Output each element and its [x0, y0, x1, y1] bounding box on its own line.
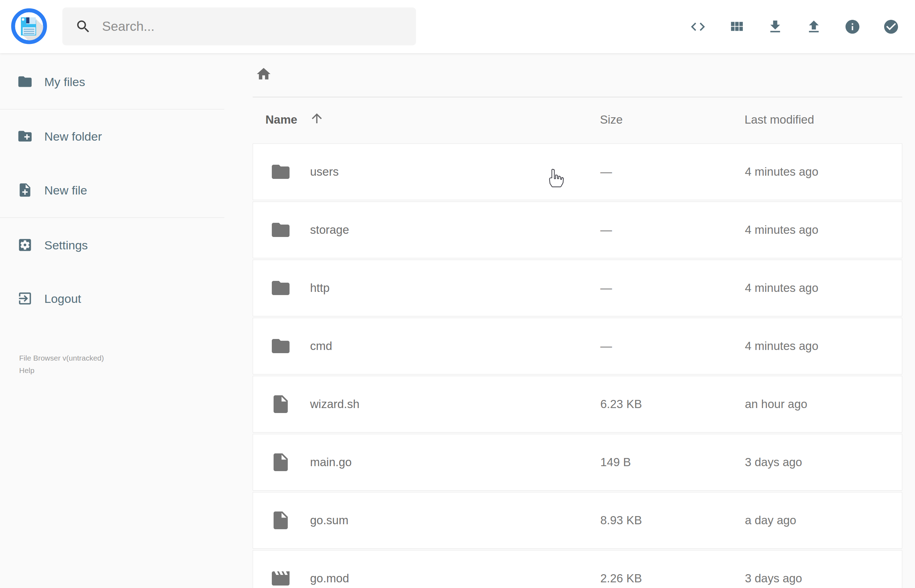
sidebar-item-label: New file — [44, 184, 87, 197]
logout-icon — [17, 291, 33, 306]
file-icon — [270, 452, 291, 473]
new-folder-icon — [17, 128, 33, 144]
file-listing-area: Name Size Last modified users — 4 minute… — [253, 53, 902, 588]
column-header-size[interactable]: Size — [600, 113, 622, 126]
file-name: go.mod — [310, 572, 349, 585]
file-modified: a day ago — [745, 514, 796, 527]
table-row-http[interactable]: http — 4 minutes ago — [253, 260, 902, 316]
sidebar-item-new-file[interactable]: New file — [0, 179, 224, 202]
file-size: — — [600, 223, 612, 237]
sidebar-item-label: Logout — [44, 292, 81, 306]
file-name: main.go — [310, 456, 352, 469]
grid-view-icon[interactable] — [728, 18, 745, 35]
file-size: — — [600, 281, 612, 295]
table-row-go.mod[interactable]: go.mod 2.26 KB 3 days ago — [253, 550, 902, 588]
home-icon[interactable] — [255, 66, 272, 82]
column-header-modified[interactable]: Last modified — [745, 113, 814, 126]
folder-icon — [17, 74, 33, 90]
sidebar-item-label: My files — [44, 75, 85, 89]
file-name: go.sum — [310, 514, 348, 527]
sidebar-item-label: New folder — [44, 130, 102, 144]
table-header: Name Size Last modified — [253, 97, 902, 144]
file-modified: 4 minutes ago — [745, 165, 818, 179]
sidebar-item-my-files[interactable]: My files — [0, 71, 224, 93]
file-size: 2.26 KB — [600, 572, 642, 585]
folder-icon — [270, 219, 291, 241]
file-modified: 4 minutes ago — [745, 223, 818, 237]
info-icon[interactable] — [844, 18, 861, 35]
file-modified: 4 minutes ago — [745, 339, 818, 353]
floppy-disk-logo[interactable] — [11, 8, 47, 45]
table-row-main.go[interactable]: main.go 149 B 3 days ago — [253, 434, 902, 491]
sidebar-item-label: Settings — [44, 238, 88, 252]
file-name: users — [310, 165, 339, 179]
folder-icon — [270, 336, 291, 357]
folder-icon — [270, 161, 291, 183]
search-placeholder: Search... — [102, 19, 155, 34]
file-browser-app: { "colors": { "accent_blue": "#2c7ef5", … — [0, 0, 915, 588]
file-name: wizard.sh — [310, 397, 359, 411]
sidebar-footer: File Browser v(untracked) Help — [19, 352, 104, 376]
file-size: 6.23 KB — [600, 397, 642, 411]
table-row-storage[interactable]: storage — 4 minutes ago — [253, 202, 902, 258]
sort-ascending-icon[interactable] — [309, 111, 324, 126]
file-list: users — 4 minutes ago storage — 4 minute… — [253, 144, 902, 588]
search-icon — [75, 18, 91, 35]
code-icon[interactable] — [690, 18, 706, 35]
file-name: storage — [310, 223, 349, 237]
help-link[interactable]: Help — [19, 364, 104, 376]
file-modified: 4 minutes ago — [745, 281, 818, 295]
table-row-users[interactable]: users — 4 minutes ago — [253, 144, 902, 200]
sidebar-item-logout[interactable]: Logout — [0, 287, 224, 310]
toolbar-actions — [690, 0, 899, 53]
sidebar-divider — [0, 218, 224, 218]
top-bar: Search... — [0, 0, 915, 53]
file-size: — — [600, 165, 612, 179]
search-input[interactable]: Search... — [62, 7, 416, 45]
column-header-name[interactable]: Name — [265, 113, 297, 126]
app-version: File Browser v(untracked) — [19, 352, 104, 364]
table-row-go.sum[interactable]: go.sum 8.93 KB a day ago — [253, 492, 902, 549]
movie-icon — [270, 568, 291, 588]
sidebar-divider — [0, 109, 224, 110]
file-modified: an hour ago — [745, 397, 807, 411]
file-modified: 3 days ago — [745, 572, 802, 585]
download-icon[interactable] — [767, 18, 784, 35]
file-name: cmd — [310, 339, 332, 353]
file-modified: 3 days ago — [745, 456, 802, 469]
folder-icon — [270, 277, 291, 299]
check-circle-icon[interactable] — [883, 18, 899, 35]
file-size: 8.93 KB — [600, 514, 642, 527]
file-icon — [270, 394, 291, 415]
sidebar-item-new-folder[interactable]: New folder — [0, 125, 224, 148]
upload-icon[interactable] — [805, 18, 822, 35]
settings-icon — [17, 237, 33, 253]
file-size: — — [600, 339, 612, 353]
file-size: 149 B — [600, 456, 631, 469]
table-row-wizard.sh[interactable]: wizard.sh 6.23 KB an hour ago — [253, 376, 902, 433]
new-file-icon — [17, 182, 33, 198]
file-name: http — [310, 281, 330, 295]
sidebar-item-settings[interactable]: Settings — [0, 234, 224, 257]
file-icon — [270, 510, 291, 531]
table-row-cmd[interactable]: cmd — 4 minutes ago — [253, 318, 902, 375]
sidebar: My files New folder New file Settings Lo… — [0, 53, 224, 588]
